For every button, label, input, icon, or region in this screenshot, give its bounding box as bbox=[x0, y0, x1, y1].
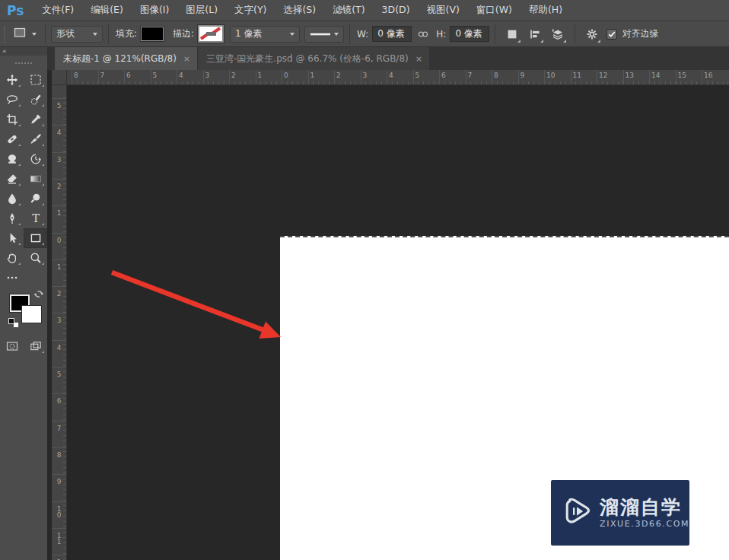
pen-tool[interactable] bbox=[0, 208, 24, 228]
ruler-label: 6 bbox=[126, 72, 131, 79]
document-tab-title: 未标题-1 @ 121%(RGB/8) bbox=[63, 52, 177, 65]
options-bar-grip[interactable] bbox=[2, 26, 7, 43]
path-alignment-button[interactable] bbox=[526, 25, 544, 43]
ruler-label: 1 bbox=[310, 72, 315, 79]
move-icon bbox=[6, 74, 18, 86]
menu-item-file[interactable]: 文件(F) bbox=[33, 4, 82, 17]
blur-icon bbox=[6, 192, 18, 205]
fill-color-swatch[interactable] bbox=[141, 27, 164, 41]
menu-item-window[interactable]: 窗口(W) bbox=[468, 4, 520, 17]
brush-tool[interactable] bbox=[24, 129, 47, 149]
fill-label: 填充: bbox=[116, 27, 137, 40]
ruler-label: 3 bbox=[52, 317, 66, 324]
tool-preset-picker[interactable] bbox=[10, 25, 40, 43]
screen-mode-button[interactable] bbox=[24, 336, 47, 356]
ruler-label: 6 bbox=[52, 398, 66, 405]
ruler-label: 3 bbox=[205, 72, 210, 79]
eyedropper-tool[interactable] bbox=[24, 110, 47, 129]
ruler-label: 1 bbox=[52, 264, 66, 271]
more-tools[interactable] bbox=[0, 268, 24, 288]
eyedropper-icon bbox=[30, 113, 42, 126]
ruler-origin-corner[interactable] bbox=[52, 70, 67, 85]
tab-close-icon[interactable]: × bbox=[183, 54, 190, 64]
ruler-label: 4 bbox=[52, 129, 66, 136]
document-tab[interactable]: 未标题-1 @ 121%(RGB/8)× bbox=[55, 47, 197, 70]
type-icon: T bbox=[30, 212, 42, 224]
ruler-label: 12 bbox=[599, 72, 607, 79]
path-selection-tool[interactable] bbox=[0, 228, 24, 248]
ruler-label: 8 bbox=[52, 452, 66, 459]
stroke-label: 描边: bbox=[173, 27, 194, 40]
stroke-type-select[interactable] bbox=[304, 26, 344, 43]
align-edges-checkbox[interactable] bbox=[606, 29, 617, 40]
color-swatches bbox=[0, 289, 47, 330]
canvas-area[interactable]: 溜溜自学 ZIXUE.3D66.COM bbox=[67, 85, 729, 560]
quick-mask-button[interactable] bbox=[0, 336, 24, 356]
zoom-tool[interactable] bbox=[24, 248, 47, 268]
geometry-options-gear-icon[interactable] bbox=[583, 25, 601, 43]
menu-item-help[interactable]: 帮助(H) bbox=[520, 4, 571, 17]
healing-icon bbox=[6, 133, 18, 145]
zoom-icon bbox=[30, 252, 42, 264]
tab-close-icon[interactable]: × bbox=[415, 54, 422, 64]
ruler-label: 5 bbox=[415, 72, 420, 79]
menu-bar: Ps 文件(F)编辑(E)图像(I)图层(L)文字(Y)选择(S)滤镜(T)3D… bbox=[0, 0, 729, 21]
hand-tool[interactable] bbox=[0, 248, 24, 268]
ruler-label: 7 bbox=[52, 425, 66, 432]
lasso-tool[interactable] bbox=[0, 90, 24, 110]
path-operations-button[interactable] bbox=[503, 25, 521, 43]
gradient-tool[interactable] bbox=[24, 169, 47, 189]
menu-item-type[interactable]: 文字(Y) bbox=[226, 4, 275, 17]
crop-tool[interactable] bbox=[0, 110, 24, 129]
stroke-color-swatch[interactable] bbox=[198, 25, 224, 43]
ruler-label: 4 bbox=[179, 72, 183, 79]
tools-panel: « T bbox=[0, 47, 47, 560]
history-brush-tool[interactable] bbox=[24, 149, 47, 169]
menu-item-layer[interactable]: 图层(L) bbox=[177, 4, 226, 17]
ruler-label: 2 bbox=[52, 183, 66, 190]
clone-stamp-tool[interactable] bbox=[0, 149, 24, 169]
collapse-panel-button[interactable]: « bbox=[0, 47, 47, 56]
dodge-tool[interactable] bbox=[24, 189, 47, 208]
ruler-label: 1 bbox=[258, 72, 263, 79]
ruler-label: 1 0 bbox=[52, 506, 66, 519]
ruler-label: 1 1 bbox=[52, 533, 66, 546]
height-label: H: bbox=[436, 29, 446, 40]
eraser-icon bbox=[6, 173, 18, 185]
default-colors-icon[interactable] bbox=[8, 318, 19, 328]
chevron-down-icon bbox=[32, 33, 37, 36]
menu-item-filter[interactable]: 滤镜(T) bbox=[324, 4, 373, 17]
menu-item-edit[interactable]: 编辑(E) bbox=[82, 4, 132, 17]
vertical-ruler[interactable]: 5432101234567891 01 11 2 bbox=[52, 85, 67, 560]
link-dimensions-icon[interactable] bbox=[414, 25, 432, 43]
tool-mode-select[interactable]: 形状 bbox=[51, 26, 103, 43]
background-color-swatch[interactable] bbox=[21, 305, 42, 323]
watermark-badge: 溜溜自学 ZIXUE.3D66.COM bbox=[551, 480, 689, 546]
panel-grip[interactable] bbox=[0, 56, 47, 70]
swap-colors-icon[interactable] bbox=[33, 290, 46, 302]
hand-icon bbox=[6, 252, 18, 264]
horizontal-ruler[interactable]: 87654321012345678910111213141516 bbox=[67, 70, 729, 85]
eraser-tool[interactable] bbox=[0, 169, 24, 189]
healing-brush-tool[interactable] bbox=[0, 129, 24, 149]
blur-tool[interactable] bbox=[0, 189, 24, 208]
move-tool[interactable] bbox=[0, 70, 24, 90]
shape-width-input[interactable]: 0 像素 bbox=[372, 26, 412, 42]
type-tool[interactable]: T bbox=[24, 208, 47, 228]
menu-item-view[interactable]: 视图(V) bbox=[419, 4, 468, 17]
stroke-width-select[interactable]: 1 像素 bbox=[230, 26, 300, 43]
menu-item-image[interactable]: 图像(I) bbox=[132, 4, 177, 17]
ellipsis-icon bbox=[6, 272, 18, 284]
pen-icon bbox=[6, 212, 18, 224]
document-tab[interactable]: 三亚湾-国光豪生.psd @ 66.7% (价格-6, RGB/8)× bbox=[197, 47, 429, 70]
ruler-label: 0 bbox=[284, 72, 288, 79]
shape-height-input[interactable]: 0 像素 bbox=[450, 26, 489, 42]
rectangle-tool[interactable] bbox=[24, 228, 47, 248]
path-arrangement-button[interactable] bbox=[549, 25, 567, 43]
dodge-icon bbox=[30, 192, 42, 205]
marquee-tool[interactable] bbox=[24, 70, 47, 90]
menu-item-3d[interactable]: 3D(D) bbox=[374, 4, 419, 17]
quick-selection-tool[interactable] bbox=[24, 90, 47, 110]
menu-item-select[interactable]: 选择(S) bbox=[275, 4, 324, 17]
photoshop-window: Ps 文件(F)编辑(E)图像(I)图层(L)文字(Y)选择(S)滤镜(T)3D… bbox=[0, 0, 729, 560]
